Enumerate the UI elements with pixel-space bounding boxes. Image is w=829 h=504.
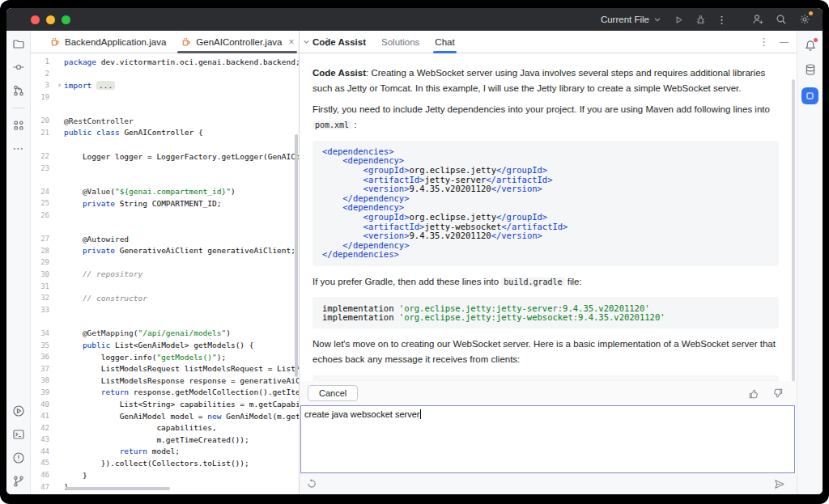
code-line[interactable]: 45 }).collect(Collectors.toList()); — [31, 457, 299, 469]
hide-panel-icon[interactable]: — — [780, 37, 789, 46]
chat-vertical-scrollbar[interactable] — [792, 79, 795, 381]
more-tool-windows-icon[interactable]: ⋯ — [13, 142, 24, 154]
run-button[interactable] — [673, 14, 685, 26]
code-line[interactable]: 33 — [31, 303, 299, 316]
code-line[interactable]: 24 @Value("${genai.compartment_id}") — [31, 186, 299, 198]
window-frame: Current File ⋮ — [0, 0, 829, 504]
code-line[interactable] — [31, 316, 299, 328]
code-line[interactable]: 27 @Autowired — [31, 233, 299, 245]
code-line[interactable]: 30 // repository — [31, 269, 299, 281]
more-actions-kebab-icon[interactable]: ⋮ — [716, 15, 727, 25]
assistant-message-intro: Code Assist: Creating a WebSocket server… — [312, 66, 780, 95]
code-text: @RestController — [64, 116, 134, 125]
commit-icon[interactable] — [12, 61, 25, 74]
panel-options-kebab-icon[interactable]: ⋮ — [759, 36, 769, 47]
cancel-button[interactable]: Cancel — [308, 385, 358, 401]
code-line[interactable]: 22 Logger logger = LoggerFactory.getLogg… — [31, 150, 299, 163]
line-number: 42 — [31, 424, 55, 432]
terminal-icon[interactable] — [12, 428, 25, 441]
code-line[interactable]: 2 — [31, 68, 299, 80]
code-line[interactable]: 36 logger.info("getModels()"); — [31, 351, 299, 363]
code-line[interactable]: 35 public List<GenAiModel> getModels() { — [31, 339, 299, 351]
code-text: } — [64, 471, 87, 480]
code-line[interactable]: 46 } — [31, 469, 299, 481]
run-target-selector[interactable]: Current File — [601, 14, 663, 25]
code-line[interactable]: 25 private String COMPARTMENT_ID; — [31, 197, 299, 210]
code-line[interactable]: 40 List<String> capabilities = m.getCapa… — [31, 398, 299, 410]
line-number: 35 — [31, 341, 55, 349]
line-number: 28 — [31, 247, 55, 255]
code-line[interactable]: 19 — [31, 91, 299, 104]
code-text: import ... — [64, 81, 115, 90]
code-line[interactable]: 29 — [31, 256, 299, 269]
tab-solutions[interactable]: Solutions — [381, 31, 419, 53]
code-line[interactable]: 32 // constructor — [31, 292, 299, 304]
line-number: 27 — [31, 235, 55, 243]
debug-icon[interactable] — [695, 14, 707, 26]
editor-vertical-scrollbar[interactable] — [295, 134, 298, 377]
code-text: @GetMapping("/api/genai/models") — [64, 328, 231, 337]
feedback-buttons — [748, 388, 784, 400]
project-folder-icon[interactable] — [12, 37, 25, 50]
code-line[interactable]: 37 ListModelsRequest listModelsRequest =… — [31, 362, 299, 375]
code-line[interactable]: 26 — [31, 210, 299, 222]
minimize-window-button[interactable] — [46, 15, 55, 24]
run-tool-window-icon[interactable] — [12, 404, 25, 417]
code-text: Logger logger = LoggerFactory.getLogger(… — [64, 152, 299, 161]
line-number: 41 — [31, 412, 55, 420]
add-user-icon[interactable] — [751, 13, 764, 26]
chat-input[interactable]: create java websocket server — [300, 405, 795, 473]
code-line[interactable]: 1package dev.victormartin.oci.genai.back… — [31, 56, 299, 68]
tab-backendapplication[interactable]: BackendApplication.java — [42, 31, 173, 53]
code-line[interactable]: 31 — [31, 280, 299, 292]
p3-text: If you prefer Gradle, then add these lin… — [312, 277, 501, 286]
code-line[interactable]: 23 — [31, 162, 299, 174]
code-line[interactable] — [31, 221, 299, 233]
editor-horizontal-scrollbar[interactable] — [65, 487, 170, 490]
thumbs-down-icon[interactable] — [772, 388, 784, 400]
pull-requests-icon[interactable] — [12, 84, 25, 97]
assist-tab-bar: Code Assist Solutions Chat ⋮ — — [300, 31, 797, 53]
maximize-window-button[interactable] — [62, 15, 70, 24]
code-line[interactable]: 42 capabilities, — [31, 421, 299, 434]
window-controls — [6, 15, 70, 24]
code-assist-plugin-icon[interactable] — [801, 87, 818, 104]
problems-icon[interactable] — [12, 451, 25, 464]
code-line[interactable] — [31, 174, 299, 186]
code-line[interactable]: 43 m.getTimeCreated()); — [31, 434, 299, 446]
close-window-button[interactable] — [31, 15, 40, 24]
search-icon[interactable] — [775, 13, 788, 26]
code-line[interactable]: 38 ListModelsResponse response = generat… — [31, 375, 299, 387]
restart-session-icon[interactable] — [306, 478, 317, 489]
code-editor[interactable]: 1package dev.victormartin.oci.genai.back… — [31, 53, 299, 494]
line-number: 25 — [31, 199, 55, 207]
code-text: implementation 'org.eclipse.jetty:jetty-… — [322, 311, 665, 324]
close-tab-icon[interactable]: × — [288, 36, 294, 48]
code-line[interactable]: 3›import ... — [31, 79, 299, 91]
send-message-icon[interactable] — [773, 478, 785, 490]
code-line[interactable] — [31, 138, 299, 150]
structure-icon[interactable] — [12, 119, 25, 132]
line-number: 40 — [31, 400, 55, 409]
code-line[interactable]: 28 private GenerativeAiClient generative… — [31, 245, 299, 257]
chat-input-toolbar — [300, 473, 797, 494]
thumbs-up-icon[interactable] — [748, 388, 760, 400]
code-line[interactable]: 20@RestController — [31, 115, 299, 127]
p2-text: Firstly, you need to include Jetty depen… — [312, 104, 770, 114]
tab-genaicontroller[interactable]: GenAIController.java × — [173, 31, 301, 53]
notifications-bell-icon[interactable] — [804, 39, 817, 52]
code-line[interactable]: 39 return response.getModelCollection().… — [31, 387, 299, 399]
assistant-sender: Code Assist — [312, 68, 366, 78]
panel-title-code-assist[interactable]: Code Assist — [312, 31, 366, 53]
fold-arrow-icon[interactable]: › — [55, 81, 64, 89]
database-icon[interactable] — [804, 63, 817, 76]
code-line[interactable]: 21public class GenAIController { — [31, 127, 299, 139]
code-line[interactable]: 44 return model; — [31, 446, 299, 458]
chat-message-area: Code Assist: Creating a WebSocket server… — [300, 53, 797, 381]
git-branch-icon[interactable] — [12, 475, 25, 488]
code-line[interactable]: 41 GenAiModel model = new GenAiModel(m.g… — [31, 410, 299, 422]
tab-chat[interactable]: Chat — [435, 31, 454, 53]
settings-gear-icon[interactable] — [798, 13, 811, 26]
code-line[interactable]: 34 @GetMapping("/api/genai/models") — [31, 328, 299, 340]
code-line[interactable] — [31, 103, 299, 115]
